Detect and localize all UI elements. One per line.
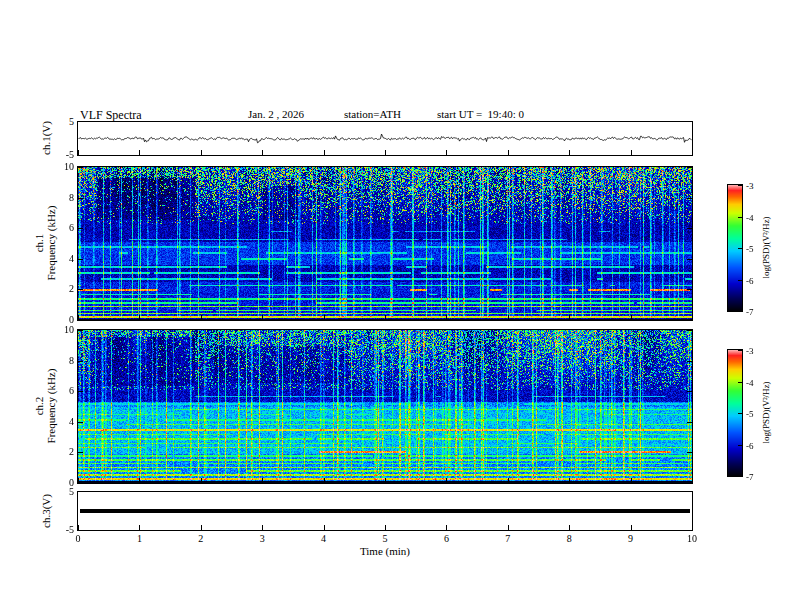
tick-mark [78,483,83,484]
tick-mark [201,315,202,320]
xtick-label: 4 [314,533,334,545]
tick-mark [738,185,742,186]
tick-mark [78,478,79,483]
colorbar-tick-label: -4 [746,377,768,389]
ytick-label: 6 [44,222,74,234]
time-axis-label: Time (min) [335,545,435,557]
tick-mark [139,315,140,320]
ytick-label: 8 [44,355,74,367]
tick-mark [631,315,632,320]
tick-mark [692,478,693,483]
ytick-label: 4 [44,416,74,428]
xtick-label: 10 [682,533,702,545]
tick-mark [201,525,202,530]
tick-mark [687,361,692,362]
ch2-spectrogram-panel [77,329,693,484]
ytick-label: 2 [44,283,74,295]
tick-mark [78,330,83,331]
ytick-label: 4 [44,253,74,265]
ytick-label: 2 [44,446,74,458]
xtick-label: 8 [559,533,579,545]
tick-mark [385,150,386,155]
tick-mark [687,483,692,484]
colorbar-tick-label: -6 [746,440,768,452]
tick-mark [738,445,742,446]
tick-mark [631,150,632,155]
colorbar-tick-label: -7 [746,306,768,318]
tick-mark [78,228,83,229]
tick-mark [139,525,140,530]
tick-mark [687,167,692,168]
tick-mark [324,315,325,320]
tick-mark [78,315,79,320]
tick-mark [262,315,263,320]
xtick-label: 7 [498,533,518,545]
ch1-spectrogram-panel [77,166,693,321]
xtick-label: 5 [375,533,395,545]
tick-mark [508,315,509,320]
tick-mark [78,391,83,392]
tick-mark [569,150,570,155]
tick-mark [687,259,692,260]
xtick-label: 2 [191,533,211,545]
xtick-label: 6 [436,533,456,545]
tick-mark [687,391,692,392]
tick-mark [78,525,79,530]
tick-mark [508,525,509,530]
tick-mark [262,525,263,530]
tick-mark [569,315,570,320]
tick-mark [78,422,83,423]
tick-mark [738,248,742,249]
tick-mark [692,150,693,155]
tick-mark [692,315,693,320]
tick-mark [738,476,742,477]
tick-mark [385,478,386,483]
tick-mark [78,361,83,362]
tick-mark [385,525,386,530]
tick-mark [569,478,570,483]
tick-mark [738,413,742,414]
xtick-label: 1 [129,533,149,545]
xtick-label: 0 [68,533,88,545]
tick-mark [78,289,83,290]
tick-mark [139,478,140,483]
tick-mark [738,280,742,281]
tick-mark [687,320,692,321]
tick-mark [446,150,447,155]
tick-mark [78,167,83,168]
tick-mark [201,478,202,483]
tick-mark [446,525,447,530]
tick-mark [687,198,692,199]
ytick-label: 10 [44,161,74,173]
tick-mark [508,150,509,155]
tick-mark [78,150,79,155]
start-ut-label: start UT = 19:40: 0 [437,108,524,120]
tick-mark [687,228,692,229]
ytick-label: 0 [44,477,74,489]
tick-mark [738,217,742,218]
colorbar-tick-label: -4 [746,212,768,224]
colorbar-tick-label: -3 [746,345,768,357]
tick-mark [687,452,692,453]
tick-mark [139,150,140,155]
ch2-spectrogram-canvas [78,330,692,483]
ytick-label: 8 [44,192,74,204]
tick-mark [631,525,632,530]
tick-mark [687,422,692,423]
colorbar-tick-label: -3 [746,180,768,192]
tick-mark [687,330,692,331]
tick-mark [78,198,83,199]
tick-mark [687,289,692,290]
colorbar-tick-label: -6 [746,275,768,287]
tick-mark [385,315,386,320]
tick-mark [631,478,632,483]
colorbar-tick-label: -7 [746,471,768,483]
xtick-label: 9 [621,533,641,545]
tick-mark [324,525,325,530]
ytick-label: -5 [44,149,74,161]
tick-mark [201,150,202,155]
tick-mark [569,525,570,530]
tick-mark [738,350,742,351]
tick-mark [446,315,447,320]
tick-mark [262,478,263,483]
